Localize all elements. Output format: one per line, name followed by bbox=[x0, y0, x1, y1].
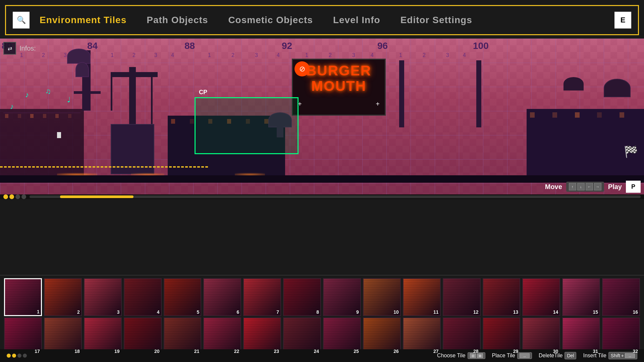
key-down: ↓ bbox=[577, 183, 585, 190]
plus-symbol: + bbox=[621, 353, 624, 358]
building-right bbox=[527, 109, 644, 176]
sign-pole-right bbox=[476, 60, 481, 127]
bottom-toolbar: Choose Tile ⊟ ⊞ Place Tile ⎵ DeleteTile … bbox=[0, 349, 644, 362]
key-right: → bbox=[594, 183, 601, 190]
b-dot-2 bbox=[12, 354, 16, 358]
selected-platform[interactable]: CP bbox=[195, 97, 299, 154]
key-icon-insert: ⎵ bbox=[625, 353, 635, 358]
scrollbar-thumb[interactable] bbox=[60, 195, 133, 198]
dot-1 bbox=[3, 194, 8, 199]
tile-number: 28 bbox=[473, 349, 479, 354]
ruler-84: 84 bbox=[87, 41, 98, 51]
tile-item[interactable]: 3 bbox=[84, 278, 122, 316]
tile-number: 26 bbox=[393, 349, 399, 354]
tile-number: 8 bbox=[316, 309, 319, 315]
tile-number: 9 bbox=[356, 309, 359, 315]
editor-viewport[interactable]: ⇄ Infos: 80 84 88 92 96 100 1 2 3 4 1 2 … bbox=[0, 39, 644, 194]
sign-pole-left bbox=[399, 60, 404, 127]
bottom-dots bbox=[7, 354, 27, 358]
tile-item[interactable]: 5 bbox=[164, 278, 202, 316]
tile-number: 31 bbox=[593, 349, 598, 354]
nav-item-level-info[interactable]: Level Info bbox=[333, 15, 380, 25]
ruler-92: 92 bbox=[282, 41, 292, 51]
tile-number: 23 bbox=[274, 349, 279, 354]
dash-line bbox=[0, 166, 208, 168]
info-toggle-button[interactable]: ⇄ bbox=[3, 42, 16, 55]
tile-number: 13 bbox=[513, 309, 519, 315]
dot-4 bbox=[21, 194, 26, 199]
music-note-2: ♫ bbox=[45, 87, 51, 96]
move-keys: ↑ ↓ ← → bbox=[566, 182, 604, 192]
nav-item-environment-tiles[interactable]: Environment Tiles bbox=[40, 15, 126, 25]
nav-item-editor-settings[interactable]: Editor Settings bbox=[400, 15, 472, 25]
dot-3 bbox=[15, 194, 20, 199]
scrollbar-track[interactable] bbox=[30, 195, 641, 198]
tile-item[interactable]: 14 bbox=[522, 278, 560, 316]
tile-item[interactable]: 8 bbox=[283, 278, 321, 316]
burger-sign: ⊘ BURGER MOUTH + + bbox=[292, 59, 386, 116]
e-label: E bbox=[621, 16, 626, 24]
tile-number: 27 bbox=[433, 349, 439, 354]
tile-item[interactable]: 7 bbox=[243, 278, 281, 316]
tile-number: 30 bbox=[553, 349, 558, 354]
music-note-3: ♩ bbox=[67, 96, 70, 104]
tile-number: 10 bbox=[393, 309, 399, 315]
b-dot-1 bbox=[7, 354, 11, 358]
crane-cable-2 bbox=[151, 75, 153, 127]
insert-tile-item: Insert Tile Shift + ⎵ bbox=[583, 352, 637, 359]
ruler-88: 88 bbox=[184, 41, 195, 51]
info-bar: ⇄ Infos: bbox=[3, 42, 36, 55]
tile-number: 12 bbox=[473, 309, 479, 315]
tile-item[interactable]: 15 bbox=[562, 278, 600, 316]
tile-item[interactable]: 16 bbox=[602, 278, 640, 316]
tile-item[interactable]: 4 bbox=[124, 278, 162, 316]
viewport-scrollbar[interactable] bbox=[0, 194, 644, 199]
tile-item[interactable]: 10 bbox=[363, 278, 401, 316]
burger-sign-logo: ⊘ bbox=[294, 61, 310, 76]
search-button[interactable]: 🔍 bbox=[13, 12, 30, 28]
ruler-96: 96 bbox=[377, 41, 388, 51]
tile-number: 18 bbox=[74, 349, 80, 354]
tile-number: 4 bbox=[157, 309, 160, 315]
b-dot-3 bbox=[17, 354, 21, 358]
satellite-dish-1 bbox=[67, 49, 91, 64]
tile-item[interactable]: 9 bbox=[323, 278, 361, 316]
tile-number: 20 bbox=[154, 349, 160, 354]
tile-number: 11 bbox=[433, 309, 439, 315]
tile-item[interactable]: 6 bbox=[203, 278, 241, 316]
dot-2 bbox=[9, 194, 14, 199]
key-icon-place: ⎵ bbox=[520, 353, 530, 358]
tile-number: 2 bbox=[77, 309, 80, 315]
tile-item[interactable]: 11 bbox=[403, 278, 441, 316]
del-key-label: Del bbox=[567, 353, 574, 358]
player-character bbox=[57, 132, 61, 138]
tile-item[interactable]: 2 bbox=[44, 278, 82, 316]
info-toggle-icon: ⇄ bbox=[8, 45, 12, 52]
tile-number: 6 bbox=[236, 309, 239, 315]
key-icon-choose: ⊟ bbox=[470, 353, 476, 358]
key-icon-choose2: ⊞ bbox=[477, 353, 483, 358]
play-key-label: P bbox=[631, 183, 635, 190]
tile-item[interactable]: 12 bbox=[443, 278, 481, 316]
choose-tile-label: Choose Tile bbox=[437, 353, 466, 359]
nav-item-path-objects[interactable]: Path Objects bbox=[147, 15, 208, 25]
top-navigation: 🔍 Environment Tiles Path Objects Cosmeti… bbox=[5, 5, 639, 35]
play-button[interactable]: P bbox=[626, 181, 641, 193]
place-tile-item: Place Tile ⎵ bbox=[492, 352, 532, 359]
tile-number: 16 bbox=[633, 309, 638, 315]
nav-item-cosmetic-objects[interactable]: Cosmetic Objects bbox=[228, 15, 313, 25]
burger-line2: MOUTH bbox=[298, 78, 380, 94]
move-label: Move bbox=[545, 183, 562, 191]
tile-number: 1 bbox=[37, 309, 40, 314]
tile-number: 25 bbox=[354, 349, 359, 354]
play-label: Play bbox=[608, 183, 622, 191]
place-tile-label: Place Tile bbox=[492, 353, 515, 359]
tile-item[interactable]: 1 bbox=[4, 278, 42, 316]
tile-item[interactable]: 13 bbox=[483, 278, 521, 316]
crane-arm bbox=[111, 72, 158, 77]
burger-logo-symbol: ⊘ bbox=[299, 65, 305, 73]
nav-items: Environment Tiles Path Objects Cosmetic … bbox=[40, 15, 614, 25]
shift-key-label: Shift bbox=[611, 353, 620, 358]
infos-label: Infos: bbox=[19, 45, 36, 52]
e-button[interactable]: E bbox=[614, 12, 631, 28]
